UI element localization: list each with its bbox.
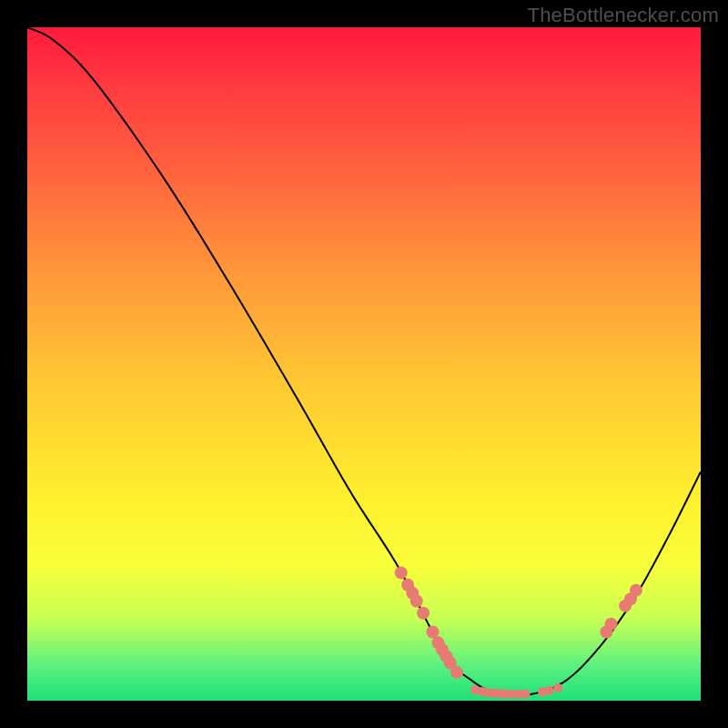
chart-svg: [27, 27, 701, 701]
data-marker: [417, 607, 430, 620]
data-marker: [395, 566, 408, 579]
data-marker: [426, 626, 439, 639]
data-marker: [450, 666, 463, 679]
data-marker: [521, 690, 531, 699]
data-marker: [545, 686, 554, 695]
bottleneck-curve: [27, 27, 701, 695]
data-marker: [630, 584, 642, 597]
data-marker: [553, 683, 562, 693]
plot-area: [27, 27, 701, 701]
data-markers: [395, 566, 642, 698]
watermark-text: TheBottlenecker.com: [528, 4, 719, 27]
data-marker: [410, 594, 423, 607]
data-marker: [605, 618, 618, 631]
chart-frame: TheBottlenecker.com: [0, 0, 728, 728]
